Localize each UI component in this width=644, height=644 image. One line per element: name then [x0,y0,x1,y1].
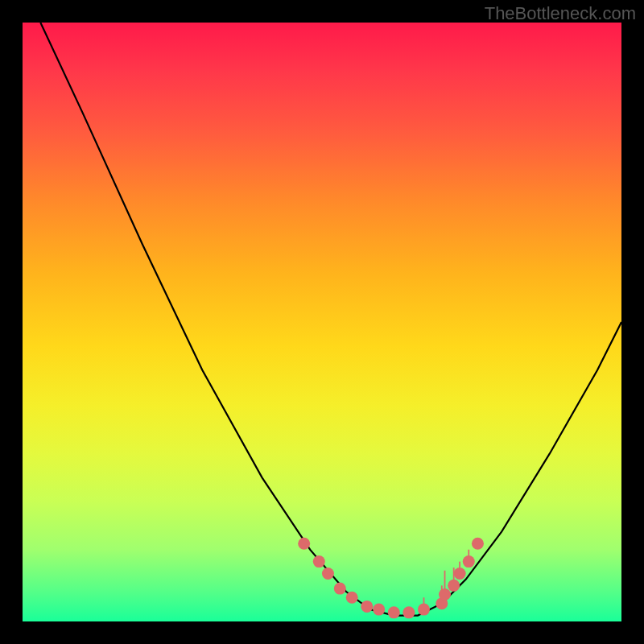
svg-point-18 [454,568,466,580]
plot-area [23,23,621,621]
highlight-dots [298,538,484,619]
svg-point-20 [463,555,475,568]
svg-point-8 [402,606,415,618]
svg-point-2 [322,568,334,580]
svg-point-10 [418,604,430,616]
svg-point-14 [439,588,451,601]
svg-point-0 [298,538,310,550]
svg-point-16 [448,580,460,592]
svg-point-3 [334,583,346,595]
svg-point-4 [346,592,358,604]
svg-point-1 [313,555,325,568]
svg-point-6 [373,604,385,616]
svg-point-21 [472,538,484,550]
svg-point-7 [388,606,400,618]
bottleneck-curve [40,23,621,616]
svg-point-5 [361,601,373,613]
watermark-text: TheBottleneck.com [485,3,636,24]
chart-svg [23,23,621,621]
